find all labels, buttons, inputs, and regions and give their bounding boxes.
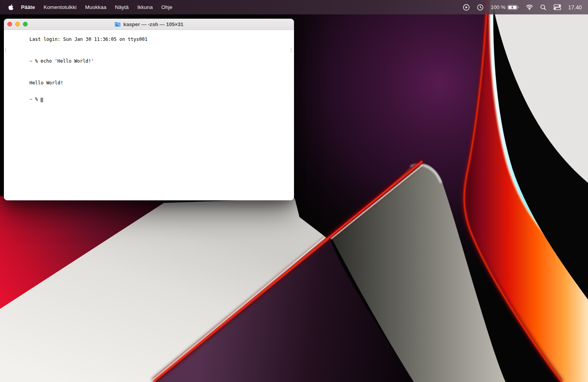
terminal-window: kasper — -zsh — 105×31 Last login: Sun J… (4, 19, 294, 200)
spotlight-menu[interactable] (540, 4, 546, 11)
control-center-menu[interactable] (553, 4, 561, 10)
menu-bar-clock: 17.40 (568, 4, 582, 11)
close-button[interactable] (7, 22, 12, 26)
terminal-mark-close: ] (290, 47, 292, 53)
terminal-line-prompt: ~% (4, 91, 294, 107)
status-menu-area: 100 % (463, 4, 588, 11)
terminal-cursor (40, 98, 43, 102)
battery-menu[interactable]: 100 % (491, 4, 519, 10)
prompt-tilde: ~ (30, 58, 32, 64)
time-machine-menu[interactable] (477, 4, 484, 11)
menu-item-paate[interactable]: Pääte (17, 0, 39, 14)
terminal-line-last-login: Last login: Sun Jan 30 11:36:05 on ttys0… (4, 31, 294, 47)
menu-item-muokkaa[interactable]: Muokkaa (81, 0, 111, 14)
apple-logo-icon (8, 4, 14, 11)
prompt-tilde: ~ (30, 96, 32, 102)
terminal-content[interactable]: Last login: Sun Jan 30 11:36:05 on ttys0… (4, 30, 294, 200)
menu-item-nayta[interactable]: Näytä (111, 0, 133, 14)
terminal-folder-icon[interactable] (114, 21, 121, 27)
now-playing-icon (463, 4, 470, 11)
menu-item-ohje[interactable]: Ohje (157, 0, 177, 14)
control-center-icon (553, 4, 561, 10)
clock-menu[interactable]: 17.40 (568, 4, 582, 11)
terminal-line-output: Hello World! (4, 75, 294, 91)
battery-percent-label: 100 % (491, 4, 506, 10)
spotlight-search-icon (540, 4, 546, 11)
battery-charging-icon (508, 5, 519, 10)
typed-command: echo 'Hello World!' (40, 58, 94, 64)
wifi-menu[interactable] (526, 4, 533, 10)
terminal-mark-open: [ (4, 47, 7, 53)
prompt-percent: % (35, 58, 38, 64)
wifi-icon (526, 4, 533, 10)
traffic-lights (7, 19, 28, 30)
menu-bar: Pääte Komentotulkki Muokkaa Näytä Ikkuna… (0, 0, 588, 14)
menu-item-ikkuna[interactable]: Ikkuna (133, 0, 157, 14)
minimize-button[interactable] (15, 22, 20, 26)
zoom-button[interactable] (23, 22, 28, 26)
window-title-bar[interactable]: kasper — -zsh — 105×31 (4, 19, 294, 30)
apple-menu[interactable] (5, 0, 17, 14)
desktop: Pääte Komentotulkki Muokkaa Näytä Ikkuna… (0, 0, 588, 382)
prompt-percent: % (35, 96, 38, 102)
menu-item-komentotulkki[interactable]: Komentotulkki (39, 0, 81, 14)
time-machine-icon (477, 4, 484, 11)
terminal-line-command: [ ~%echo 'Hello World!' ] (4, 47, 294, 75)
window-title: kasper — -zsh — 105×31 (123, 21, 183, 27)
now-playing-menu[interactable] (463, 4, 470, 11)
